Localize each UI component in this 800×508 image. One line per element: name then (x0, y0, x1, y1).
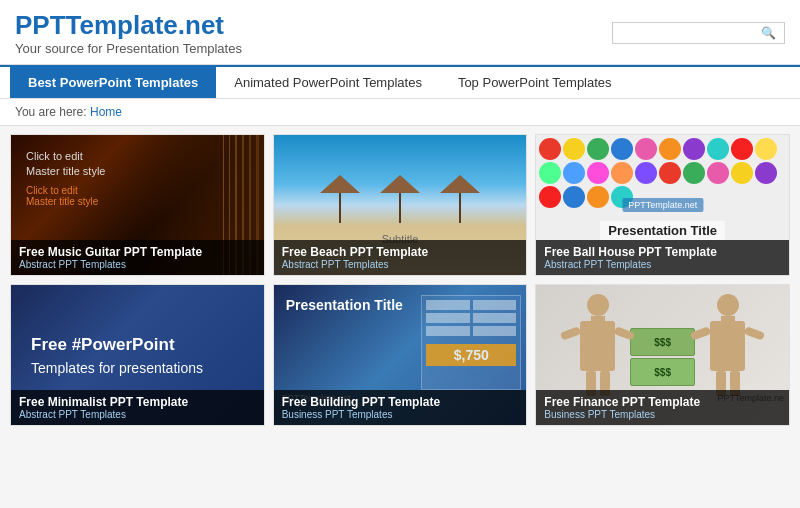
nav-item-top[interactable]: Top PowerPoint Templates (440, 67, 630, 98)
card-minimalist-footer: Free Minimalist PPT Template Abstract PP… (11, 390, 264, 425)
search-button[interactable]: 🔍 (759, 26, 778, 40)
card-beach-subtitle: Abstract PPT Templates (282, 259, 519, 270)
breadcrumb: You are here: Home (0, 99, 800, 126)
card-building[interactable]: Presentation Title (273, 284, 528, 426)
logo-title[interactable]: PPTTemplate.net (15, 10, 242, 41)
nav-item-best[interactable]: Best PowerPoint Templates (10, 67, 216, 98)
card-finance[interactable]: $$$ $$$ (535, 284, 790, 426)
card-finance-subtitle: Business PPT Templates (544, 409, 781, 420)
card-balls-subtitle: Abstract PPT Templates (544, 259, 781, 270)
guitar-text2: Master title style (26, 165, 105, 177)
card-guitar-title: Free Music Guitar PPT Template (19, 245, 256, 259)
card-balls-footer: Free Ball House PPT Template Abstract PP… (536, 240, 789, 275)
card-guitar-subtitle: Abstract PPT Templates (19, 259, 256, 270)
card-finance-title: Free Finance PPT Template (544, 395, 781, 409)
minimalist-subtitle: Templates for presentations (31, 360, 203, 376)
card-beach-footer: Free Beach PPT Template Abstract PPT Tem… (274, 240, 527, 275)
card-building-title: Free Building PPT Template (282, 395, 519, 409)
card-beach[interactable]: Subtitle Free Beach PPT Template Abstrac… (273, 134, 528, 276)
header: PPTTemplate.net Your source for Presenta… (0, 0, 800, 65)
template-grid: Click to edit Master title style Click t… (0, 126, 800, 434)
search-box: 🔍 (612, 22, 785, 44)
minimalist-text: Free #PowerPoint Templates for presentat… (31, 334, 203, 376)
search-input[interactable] (619, 26, 759, 40)
balls-presentation-title: Presentation Title (600, 221, 725, 240)
card-finance-footer: Free Finance PPT Template Business PPT T… (536, 390, 789, 425)
building-title: Presentation Title (286, 297, 403, 313)
card-beach-title: Free Beach PPT Template (282, 245, 519, 259)
guitar-text1: Click to edit (26, 150, 83, 162)
guitar-text3: Click to edit (26, 185, 78, 196)
card-minimalist[interactable]: Free #PowerPoint Templates for presentat… (10, 284, 265, 426)
card-guitar-footer: Free Music Guitar PPT Template Abstract … (11, 240, 264, 275)
balls-pptnet: PPTTemplate.net (622, 198, 703, 212)
nav: Best PowerPoint Templates Animated Power… (0, 65, 800, 99)
minimalist-title: Free #PowerPoint (31, 334, 203, 356)
card-minimalist-title: Free Minimalist PPT Template (19, 395, 256, 409)
breadcrumb-home[interactable]: Home (90, 105, 122, 119)
logo-area: PPTTemplate.net Your source for Presenta… (15, 10, 242, 56)
guitar-text4: Master title style (26, 196, 98, 207)
card-balls-title: Free Ball House PPT Template (544, 245, 781, 259)
card-minimalist-subtitle: Abstract PPT Templates (19, 409, 256, 420)
card-balls[interactable]: Presentation Title PPTTemplate.net Free … (535, 134, 790, 276)
breadcrumb-prefix: You are here: (15, 105, 87, 119)
nav-item-animated[interactable]: Animated PowerPoint Templates (216, 67, 440, 98)
card-building-subtitle: Business PPT Templates (282, 409, 519, 420)
card-building-footer: Free Building PPT Template Business PPT … (274, 390, 527, 425)
logo-subtitle: Your source for Presentation Templates (15, 41, 242, 56)
card-guitar[interactable]: Click to edit Master title style Click t… (10, 134, 265, 276)
